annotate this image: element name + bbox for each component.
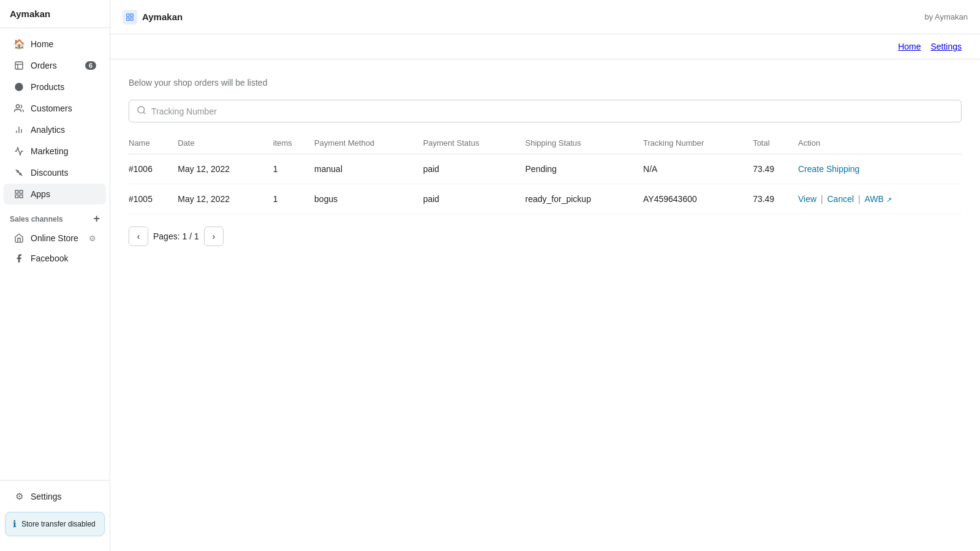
- sidebar-item-apps[interactable]: Apps: [4, 184, 106, 204]
- sidebar-item-label: Orders: [31, 61, 57, 70]
- row2-date: May 12, 2022: [178, 184, 273, 214]
- sales-channels-section: Sales channels +: [0, 205, 110, 228]
- sidebar-item-orders[interactable]: Orders 6: [4, 55, 106, 76]
- row1-total: 73.49: [753, 154, 798, 184]
- row2-payment-method: bogus: [314, 184, 423, 214]
- sidebar-item-label: Home: [31, 39, 53, 49]
- facebook-label: Facebook: [31, 253, 68, 263]
- row1-payment-status: paid: [423, 154, 526, 184]
- col-action: Action: [798, 132, 962, 154]
- customers-icon: [13, 103, 24, 114]
- row2-payment-status: paid: [423, 184, 526, 214]
- row2-total: 73.49: [753, 184, 798, 214]
- separator: |: [858, 194, 863, 204]
- row1-shipping-status: Pending: [526, 154, 644, 184]
- search-icon: [137, 105, 146, 117]
- sidebar-item-online-store[interactable]: Online Store ⚙: [4, 228, 106, 248]
- create-shipping-link[interactable]: Create Shipping: [798, 164, 859, 174]
- separator: |: [821, 194, 826, 204]
- analytics-icon: [13, 124, 24, 135]
- col-total: Total: [753, 132, 798, 154]
- col-shipping-status: Shipping Status: [526, 132, 644, 154]
- awb-link[interactable]: AWB ↗: [865, 194, 892, 204]
- sidebar-item-home[interactable]: 🏠 Home: [4, 34, 106, 54]
- facebook-icon: [13, 253, 24, 264]
- add-sales-channel-button[interactable]: +: [93, 212, 100, 225]
- orders-table: Name Date items Payment Method Payment S…: [129, 132, 962, 214]
- pagination-prev-button[interactable]: ‹: [129, 227, 148, 246]
- pagination: ‹ Pages: 1 / 1 ›: [129, 227, 962, 246]
- online-store-label: Online Store: [31, 233, 78, 243]
- svg-rect-13: [20, 195, 23, 198]
- svg-rect-17: [130, 18, 133, 20]
- pagination-next-button[interactable]: ›: [204, 227, 224, 246]
- orders-badge: 6: [85, 61, 96, 70]
- topbar-right: by Aymakan: [924, 12, 968, 21]
- sidebar-item-products[interactable]: Products: [4, 77, 106, 97]
- sidebar-item-marketing[interactable]: Marketing: [4, 141, 106, 162]
- sidebar-item-label: Discounts: [31, 168, 68, 178]
- svg-point-4: [16, 105, 19, 108]
- sidebar-item-label: Marketing: [31, 146, 68, 156]
- external-link-icon: ↗: [886, 196, 892, 203]
- sidebar-item-settings[interactable]: ⚙ Settings: [4, 486, 106, 507]
- row2-name: #1005: [129, 184, 178, 214]
- row2-action: View | Cancel | AWB ↗: [798, 184, 962, 214]
- search-input[interactable]: [151, 107, 954, 116]
- svg-line-10: [16, 170, 23, 176]
- col-items: items: [273, 132, 314, 154]
- breadcrumb-home-link[interactable]: Home: [898, 42, 921, 51]
- pagination-label: Pages: 1 / 1: [153, 231, 199, 241]
- row1-items: 1: [273, 154, 314, 184]
- breadcrumb-area: Home Settings: [110, 34, 980, 59]
- search-bar: [129, 100, 962, 122]
- sidebar-nav: 🏠 Home Orders 6 Products Customers: [0, 28, 110, 480]
- col-payment-method: Payment Method: [314, 132, 423, 154]
- sidebar: Aymakan 🏠 Home Orders 6 Products Cu: [0, 0, 110, 551]
- sidebar-item-analytics[interactable]: Analytics: [4, 119, 106, 140]
- online-store-settings-icon[interactable]: ⚙: [89, 234, 96, 243]
- discounts-icon: [13, 167, 24, 178]
- app-icon: [123, 10, 137, 24]
- products-icon: [13, 81, 24, 92]
- sidebar-item-facebook[interactable]: Facebook: [4, 249, 106, 268]
- sidebar-item-label: Apps: [31, 189, 50, 199]
- settings-label: Settings: [31, 492, 62, 501]
- svg-rect-11: [15, 190, 18, 193]
- svg-point-3: [15, 83, 23, 91]
- top-bar: Aymakan by Aymakan: [110, 0, 980, 34]
- cancel-link[interactable]: Cancel: [827, 194, 854, 204]
- sidebar-item-label: Analytics: [31, 125, 65, 135]
- col-name: Name: [129, 132, 178, 154]
- main-area: Aymakan by Aymakan Home Settings Below y…: [110, 0, 980, 551]
- col-tracking-number: Tracking Number: [643, 132, 753, 154]
- svg-line-20: [143, 112, 145, 114]
- apps-icon: [13, 189, 24, 200]
- row2-tracking-number: AY459643600: [643, 184, 753, 214]
- row1-date: May 12, 2022: [178, 154, 273, 184]
- svg-point-19: [138, 107, 145, 113]
- online-store-icon: [13, 233, 24, 244]
- sidebar-item-discounts[interactable]: Discounts: [4, 162, 106, 183]
- sidebar-item-label: Customers: [31, 103, 72, 113]
- topbar-left: Aymakan: [123, 10, 183, 24]
- sidebar-item-customers[interactable]: Customers: [4, 98, 106, 119]
- svg-rect-12: [20, 190, 23, 193]
- marketing-icon: [13, 146, 24, 157]
- row1-name: #1006: [129, 154, 178, 184]
- row2-items: 1: [273, 184, 314, 214]
- svg-rect-14: [15, 195, 18, 198]
- view-link[interactable]: View: [798, 194, 816, 204]
- breadcrumb-settings-link[interactable]: Settings: [930, 42, 962, 51]
- col-payment-status: Payment Status: [423, 132, 526, 154]
- sidebar-item-label: Products: [31, 82, 64, 92]
- row1-tracking-number: N/A: [643, 154, 753, 184]
- content-area: Home Settings Below your shop orders wil…: [110, 34, 980, 551]
- sales-channels-title: Sales channels: [10, 215, 63, 223]
- store-transfer-banner[interactable]: ℹ Store transfer disabled: [5, 512, 105, 536]
- app-name: Aymakan: [142, 12, 183, 22]
- orders-icon: [13, 60, 24, 71]
- store-transfer-label: Store transfer disabled: [21, 520, 96, 528]
- page-description: Below your shop orders will be listed: [129, 78, 962, 88]
- svg-rect-16: [130, 13, 133, 16]
